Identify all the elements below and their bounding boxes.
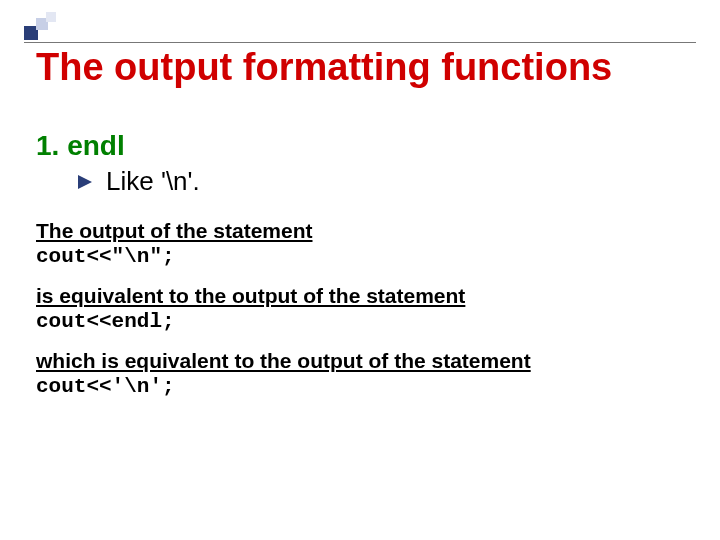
slide-title: The output formatting functions bbox=[36, 46, 612, 89]
code-3: cout<<'\n'; bbox=[36, 375, 680, 398]
list-subitem: Like '\n'. bbox=[78, 166, 680, 197]
slide: The output formatting functions 1. endl … bbox=[0, 0, 720, 540]
code-2: cout<<endl; bbox=[36, 310, 680, 333]
slide-body: 1. endl Like '\n'. The output of the sta… bbox=[36, 130, 680, 410]
corner-decoration bbox=[24, 12, 60, 42]
paragraph-1: The output of the statement bbox=[36, 219, 680, 243]
divider bbox=[24, 42, 696, 43]
list-item-1: 1. endl bbox=[36, 130, 680, 162]
paragraph-3: which is equivalent to the output of the… bbox=[36, 349, 680, 373]
list-subitem-text: Like '\n'. bbox=[106, 166, 200, 197]
paragraph-2: is equivalent to the output of the state… bbox=[36, 284, 680, 308]
code-1: cout<<"\n"; bbox=[36, 245, 680, 268]
square-icon bbox=[46, 12, 56, 22]
bullet-arrow-icon bbox=[78, 175, 92, 189]
